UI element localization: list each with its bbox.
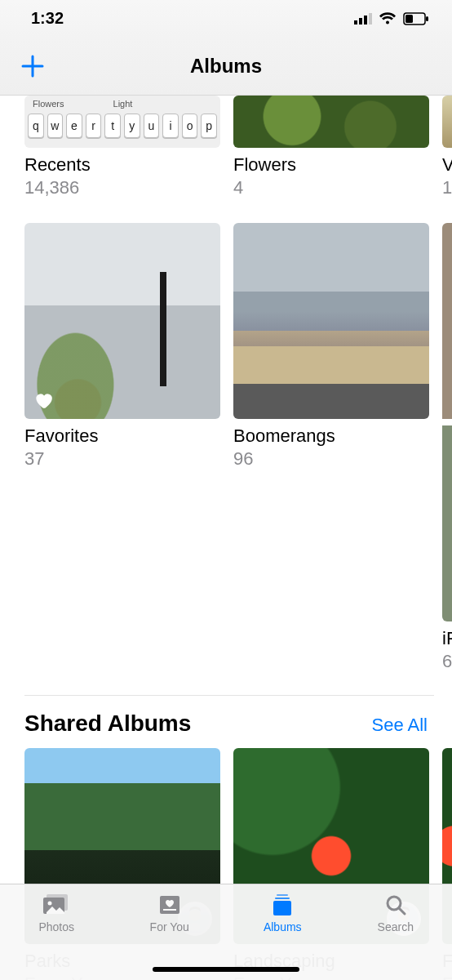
svg-rect-16 — [277, 894, 288, 896]
album-count: 96 — [233, 448, 429, 470]
my-albums-row-2: Favorites 37 Boomerangs 96 iP 6 — [0, 223, 452, 672]
svg-rect-3 — [369, 13, 372, 24]
album-partial[interactable]: iP 6 — [442, 223, 452, 672]
svg-point-13 — [48, 902, 52, 906]
album-title: Recents — [24, 154, 220, 176]
album-flowers[interactable]: Flowers 4 — [233, 96, 429, 198]
tab-label: For You — [150, 920, 189, 933]
wifi-icon — [379, 12, 397, 25]
album-title: iP — [442, 628, 452, 649]
album-title: Flowers — [233, 154, 429, 176]
thumb-key: p — [201, 114, 217, 138]
album-title: Favorites — [24, 425, 220, 447]
search-icon — [381, 893, 410, 917]
tab-photos[interactable]: Photos — [7, 893, 105, 980]
thumb-text: Flowers — [33, 99, 64, 109]
status-bar: 1:32 — [0, 0, 452, 38]
album-favorites[interactable]: Favorites 37 — [24, 223, 220, 672]
album-title: Boomerangs — [233, 425, 429, 447]
tab-label: Albums — [264, 920, 302, 933]
svg-rect-18 — [273, 901, 291, 915]
plus-icon — [20, 54, 45, 78]
battery-icon — [403, 12, 429, 25]
section-title: Shared Albums — [24, 710, 191, 737]
nav-title: Albums — [190, 55, 262, 78]
album-boomerangs[interactable]: Boomerangs 96 — [233, 223, 429, 672]
shared-albums-header: Shared Albums See All — [0, 696, 452, 748]
thumb-key: w — [47, 114, 64, 138]
svg-rect-17 — [275, 898, 290, 899]
album-count: 4 — [233, 177, 429, 198]
my-albums-row-1: FlowersLight qwertyuiop Recents 14,386 F… — [0, 96, 452, 198]
thumb-key: r — [86, 114, 102, 138]
album-count: 6 — [442, 651, 452, 672]
album-recents[interactable]: FlowersLight qwertyuiop Recents 14,386 — [24, 96, 220, 198]
album-count: 14,386 — [24, 177, 220, 198]
tab-label: Search — [378, 920, 414, 933]
heart-icon — [33, 390, 54, 411]
svg-line-20 — [399, 908, 405, 914]
cellular-icon — [354, 13, 372, 24]
album-thumb — [233, 223, 429, 419]
thumb-text: Light — [113, 99, 133, 109]
thumb-key: u — [144, 114, 160, 138]
photos-icon — [42, 893, 71, 917]
thumb-key: t — [104, 114, 121, 138]
albums-icon — [268, 893, 297, 917]
album-thumb: FlowersLight qwertyuiop — [24, 96, 220, 148]
tab-search[interactable]: Search — [347, 893, 445, 980]
album-title: V — [442, 154, 452, 176]
album-thumb — [442, 96, 452, 148]
album-thumb — [442, 425, 452, 621]
see-all-button[interactable]: See All — [372, 715, 428, 736]
thumb-key: q — [28, 114, 44, 138]
status-indicators — [354, 12, 429, 25]
svg-rect-0 — [354, 20, 357, 24]
svg-rect-15 — [163, 909, 176, 911]
thumb-key: o — [182, 114, 198, 138]
svg-rect-5 — [405, 15, 413, 23]
nav-bar: Albums — [0, 38, 452, 96]
album-thumb — [24, 223, 220, 419]
status-time: 1:32 — [31, 9, 64, 28]
svg-rect-1 — [359, 18, 362, 24]
add-button[interactable] — [18, 51, 47, 81]
content: FlowersLight qwertyuiop Recents 14,386 F… — [0, 96, 452, 980]
thumb-key: e — [66, 114, 82, 138]
svg-rect-2 — [364, 16, 367, 24]
album-thumb — [233, 96, 429, 148]
album-partial[interactable]: V 1 — [442, 96, 452, 198]
thumb-key: y — [124, 114, 140, 138]
svg-rect-6 — [426, 16, 428, 21]
thumb-key: i — [162, 114, 179, 138]
tab-label: Photos — [38, 920, 74, 933]
album-thumb — [442, 223, 452, 419]
tab-bar: Photos For You Albums Search — [0, 884, 452, 980]
for-you-icon — [155, 893, 184, 917]
home-indicator[interactable] — [153, 967, 299, 972]
album-count: 1 — [442, 177, 452, 198]
album-count: 37 — [24, 448, 220, 470]
